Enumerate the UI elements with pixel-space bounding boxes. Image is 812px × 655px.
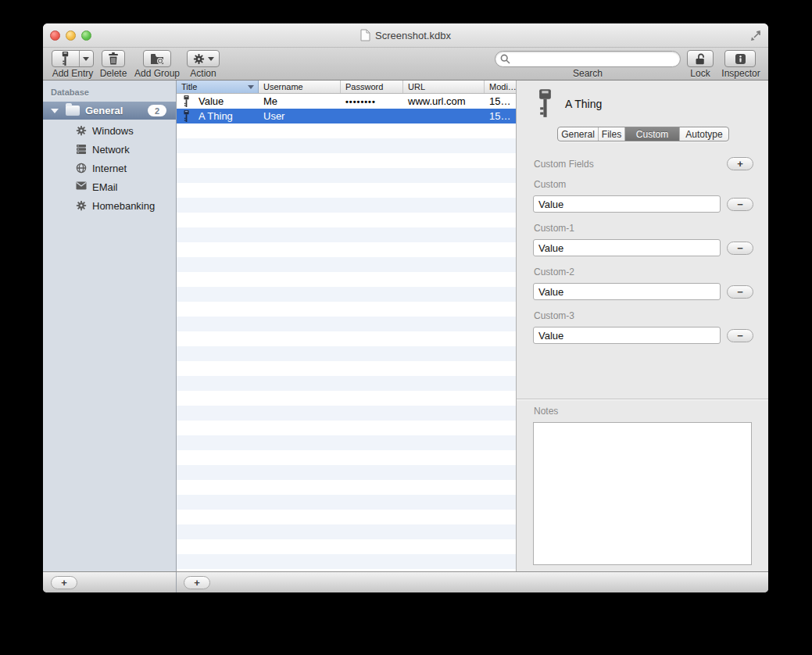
cell-username: User — [259, 109, 341, 123]
field-label: Custom-3 — [534, 310, 574, 321]
field-label: Custom-1 — [534, 223, 574, 234]
gear-icon — [76, 200, 87, 211]
cell-title: Value — [190, 94, 259, 109]
globe-icon — [76, 163, 87, 174]
envelope-icon — [76, 181, 87, 192]
app-window: Screenshot.kdbx Add Entry Delete — [43, 23, 768, 592]
minimize-button[interactable] — [66, 30, 76, 41]
remove-field-button[interactable]: − — [727, 329, 753, 342]
field-label: Custom — [534, 179, 566, 190]
table-header: Title Username Password URL Modi… — [177, 81, 516, 94]
tab-files[interactable]: Files — [599, 127, 625, 141]
custom-fields-label: Custom Fields — [534, 159, 594, 170]
entry-table: Title Username Password URL Modi… — [177, 81, 516, 571]
sidebar: Database General 2 Windows Network — [43, 81, 177, 571]
cell-password — [341, 109, 403, 123]
sort-descending-icon — [248, 85, 254, 89]
sidebar-item-label: Internet — [92, 163, 127, 174]
unlock-icon — [694, 52, 707, 66]
delete-label: Delete — [98, 68, 129, 79]
inspector-tabs: General Files Custom Autotype — [557, 127, 729, 141]
sidebar-item-homebanking[interactable]: Homebanking — [43, 196, 176, 215]
inspector-button[interactable] — [724, 50, 756, 67]
key-icon — [183, 95, 190, 107]
sidebar-item-email[interactable]: EMail — [43, 177, 176, 196]
close-button[interactable] — [50, 30, 60, 41]
folder-icon — [66, 106, 80, 116]
lock-button[interactable] — [687, 50, 714, 67]
key-icon — [183, 110, 190, 122]
sidebar-item-internet[interactable]: Internet — [43, 159, 176, 177]
column-header-title[interactable]: Title — [177, 81, 259, 93]
cell-modified: 15… — [485, 94, 516, 109]
trash-icon — [108, 52, 119, 65]
field-value-input[interactable] — [533, 239, 721, 256]
sidebar-item-label: EMail — [92, 181, 118, 193]
add-group-button[interactable] — [143, 50, 171, 67]
field-value-input[interactable] — [533, 283, 721, 300]
cell-url: www.url.com — [403, 94, 485, 109]
inspector-label: Inspector — [717, 68, 765, 79]
remove-field-button[interactable]: − — [727, 198, 753, 211]
add-group-label: Add Group — [131, 68, 183, 79]
add-field-button[interactable]: + — [727, 157, 753, 170]
tab-general[interactable]: General — [558, 127, 599, 141]
search-label: Search — [495, 68, 681, 79]
key-icon — [52, 52, 79, 66]
table-row[interactable]: Value Me •••••••• www.url.com 15… — [177, 94, 516, 109]
column-header-password[interactable]: Password — [341, 81, 403, 93]
tab-autotype[interactable]: Autotype — [680, 127, 728, 141]
sidebar-item-label: Homebanking — [92, 200, 155, 212]
notes-label: Notes — [534, 406, 558, 417]
cell-url — [403, 109, 485, 123]
tab-custom[interactable]: Custom — [625, 127, 680, 141]
search-input[interactable] — [495, 51, 681, 67]
sidebar-item-network[interactable]: Network — [43, 140, 176, 159]
action-button[interactable] — [187, 50, 220, 67]
gear-icon — [76, 125, 87, 136]
delete-button[interactable] — [102, 50, 125, 67]
toolbar: Add Entry Delete Add Group Action — [43, 48, 768, 81]
remove-field-button[interactable]: − — [727, 242, 753, 255]
action-label: Action — [188, 68, 219, 79]
sidebar-header: Database — [51, 88, 89, 97]
column-header-url[interactable]: URL — [403, 81, 485, 93]
cell-title: A Thing — [190, 109, 259, 123]
titlebar: Screenshot.kdbx — [43, 23, 768, 48]
cell-modified: 15… — [485, 109, 516, 123]
cell-username: Me — [259, 94, 341, 109]
column-header-modified[interactable]: Modi… — [485, 81, 516, 93]
traffic-lights — [50, 30, 91, 41]
add-entry-bottom-button[interactable]: + — [184, 576, 210, 589]
add-entry-button[interactable] — [52, 50, 94, 67]
add-group-bottom-button[interactable]: + — [51, 576, 77, 589]
sidebar-group-general[interactable]: General 2 — [43, 102, 176, 120]
document-icon — [360, 29, 370, 41]
bottom-bar: + + — [43, 571, 768, 592]
folder-plus-icon — [150, 53, 164, 65]
search-icon — [500, 54, 510, 64]
field-value-input[interactable] — [533, 195, 721, 213]
zoom-button[interactable] — [81, 30, 91, 41]
column-header-username[interactable]: Username — [259, 81, 341, 93]
table-stripes — [177, 123, 516, 571]
server-icon — [76, 144, 87, 155]
info-icon — [735, 53, 746, 65]
inspector-panel: A Thing General Files Custom Autotype Cu… — [516, 81, 768, 571]
sidebar-item-label: Network — [92, 144, 130, 156]
sidebar-item-windows[interactable]: Windows — [43, 121, 176, 140]
sidebar-item-label: Windows — [92, 125, 134, 137]
field-label: Custom-2 — [534, 267, 574, 277]
sidebar-group-label: General — [85, 105, 123, 116]
chevron-down-icon[interactable] — [80, 57, 93, 61]
key-icon — [537, 89, 553, 117]
remove-field-button[interactable]: − — [727, 285, 753, 299]
field-value-input[interactable] — [533, 327, 721, 344]
notes-textarea[interactable] — [533, 422, 752, 565]
add-entry-label: Add Entry — [43, 68, 102, 79]
fullscreen-icon[interactable] — [749, 30, 762, 42]
disclosure-triangle-icon[interactable] — [51, 109, 59, 113]
entry-title: A Thing — [565, 98, 602, 110]
table-row-selected[interactable]: A Thing User 15… — [177, 109, 516, 123]
window-title: Screenshot.kdbx — [375, 30, 451, 41]
